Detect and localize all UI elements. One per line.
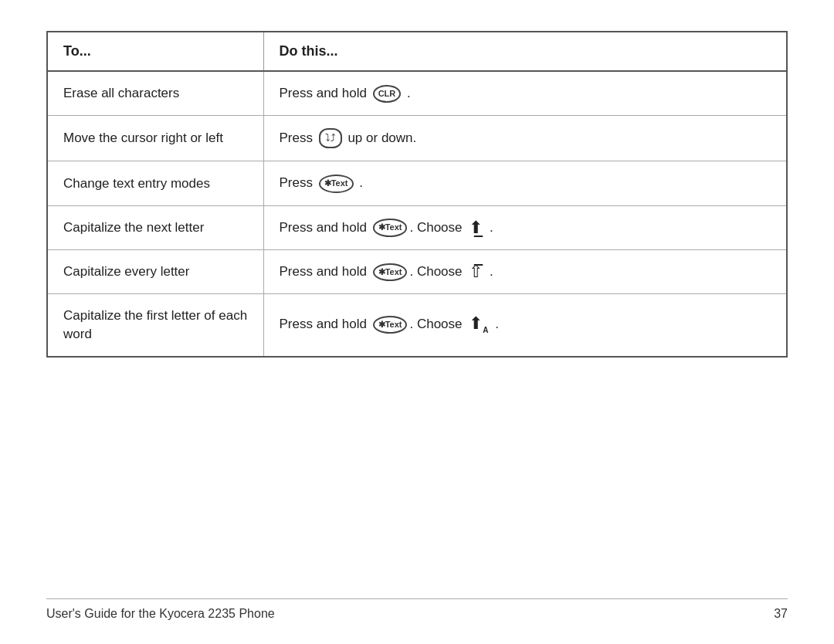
row-to-5: Capitalize every letter — [47, 249, 263, 293]
header-do: Do this... — [263, 32, 787, 71]
star-text-icon-1: ✱Text — [319, 175, 354, 192]
row-to-6: Capitalize the first letter of each word — [47, 294, 263, 357]
row-to-3: Change text entry modes — [47, 161, 263, 205]
footer: User's Guide for the Kyocera 2235 Phone … — [46, 598, 788, 621]
cap-every-icon: ⇧̅ — [469, 263, 483, 280]
footer-text: User's Guide for the Kyocera 2235 Phone — [46, 607, 275, 621]
reference-table: To... Do this... Erase all characters Pr… — [46, 31, 788, 358]
header-to: To... — [47, 32, 263, 71]
nav-button-icon: ⤵⤴ — [319, 128, 342, 148]
row-do-2: Press ⤵⤴ up or down. — [263, 116, 787, 161]
footer-page: 37 — [774, 607, 788, 621]
star-text-icon-3: ✱Text — [373, 263, 408, 281]
row-do-3: Press ✱Text . — [263, 161, 787, 205]
row-to-4: Capitalize the next letter — [47, 205, 263, 249]
row-do-5: Press and hold ✱Text. Choose ⇧̅ . — [263, 249, 787, 293]
clr-button-icon: CLR — [373, 85, 402, 103]
main-content: To... Do this... Erase all characters Pr… — [46, 31, 788, 598]
cap-next-icon: ⬆̲ — [469, 219, 483, 236]
row-do-6: Press and hold ✱Text. Choose ⬆A . — [263, 294, 787, 357]
table-row: Capitalize the first letter of each word… — [47, 294, 787, 357]
row-do-1: Press and hold CLR . — [263, 71, 787, 116]
star-text-icon-4: ✱Text — [373, 316, 408, 334]
table-row: Erase all characters Press and hold CLR … — [47, 71, 787, 116]
table-row: Move the cursor right or left Press ⤵⤴ u… — [47, 116, 787, 161]
cap-first-icon: ⬆A — [469, 315, 488, 334]
row-to-2: Move the cursor right or left — [47, 116, 263, 161]
table-row: Capitalize the next letter Press and hol… — [47, 205, 787, 249]
row-do-4: Press and hold ✱Text. Choose ⬆̲ . — [263, 205, 787, 249]
row-to-1: Erase all characters — [47, 71, 263, 116]
table-row: Capitalize every letter Press and hold ✱… — [47, 249, 787, 293]
star-text-icon-2: ✱Text — [373, 219, 408, 236]
table-row: Change text entry modes Press ✱Text . — [47, 161, 787, 205]
